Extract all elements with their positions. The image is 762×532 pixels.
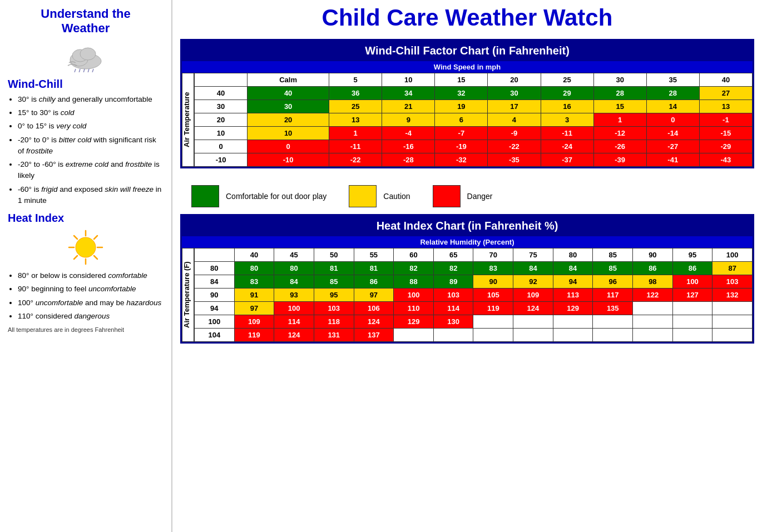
hi-col-100: 100 (712, 248, 753, 262)
table-row: 119 (234, 329, 274, 342)
table-row: 109 (234, 315, 274, 329)
table-row: 40 (248, 87, 329, 100)
table-row: 104 (195, 329, 235, 342)
svg-point-3 (80, 48, 96, 60)
table-row: -7 (435, 127, 488, 140)
svg-line-14 (74, 236, 77, 239)
table-row (473, 329, 513, 342)
hi-col-80: 80 (553, 248, 593, 262)
table-row: 95 (314, 289, 354, 302)
wc-col-header-35: 35 (646, 73, 699, 87)
table-row: -11 (541, 127, 593, 140)
table-row: 84 (195, 275, 235, 289)
wind-chill-title: Wind-Chill Factor Chart (in Fahrenheit) (182, 41, 753, 61)
svg-line-16 (94, 236, 97, 239)
table-row: 110 (394, 302, 434, 315)
table-row: 0 (646, 113, 699, 127)
table-row: 103 (433, 289, 473, 302)
table-row (633, 302, 673, 315)
hi-col-40: 40 (234, 248, 274, 262)
table-row: -10 (248, 153, 329, 167)
table-row: 81 (354, 262, 394, 275)
svg-point-9 (76, 237, 96, 257)
table-row: 131 (314, 329, 354, 342)
table-row: 6 (435, 113, 488, 127)
heat-index-heading: Heat Index (8, 212, 164, 225)
table-row: 4 (488, 113, 541, 127)
legend-yellow: Caution (349, 185, 410, 207)
table-row (513, 329, 553, 342)
table-row: 122 (633, 289, 673, 302)
table-row: 114 (274, 315, 314, 329)
sidebar: Understand the Weather Wind-Chill 30° is… (0, 0, 172, 532)
table-row: 14 (646, 100, 699, 113)
table-row: 82 (433, 262, 473, 275)
table-row: 19 (435, 100, 488, 113)
table-row: -32 (435, 153, 488, 167)
table-row: 32 (435, 87, 488, 100)
table-row: 80 (234, 262, 274, 275)
table-row (433, 329, 473, 342)
table-row (394, 329, 434, 342)
table-row: -9 (488, 127, 541, 140)
table-row: 97 (354, 289, 394, 302)
table-row: -15 (699, 127, 752, 140)
table-row (593, 329, 633, 342)
table-row: 83 (234, 275, 274, 289)
table-row: 13 (329, 113, 382, 127)
table-row: -29 (699, 140, 752, 153)
table-row: -22 (329, 153, 382, 167)
table-row: 86 (354, 275, 394, 289)
table-row (633, 329, 673, 342)
table-row: -16 (382, 140, 435, 153)
table-row: -10 (195, 153, 248, 167)
legend-green: Comfortable for out door play (191, 185, 326, 207)
table-row (553, 329, 593, 342)
table-row: 93 (274, 289, 314, 302)
table-row: 30 (195, 100, 248, 113)
table-row: 30 (488, 87, 541, 100)
wind-chill-heading: Wind-Chill (8, 78, 164, 91)
table-row: -35 (488, 153, 541, 167)
table-row: 30 (248, 100, 329, 113)
table-row (672, 329, 712, 342)
table-row: 100 (672, 275, 712, 289)
table-row: 10 (195, 127, 248, 140)
table-row: 109 (513, 289, 553, 302)
table-row: 85 (314, 275, 354, 289)
table-row: -26 (593, 140, 646, 153)
wind-chill-row-label: Air Temperature (182, 73, 194, 167)
table-row (672, 315, 712, 329)
table-row: 89 (433, 275, 473, 289)
wc-col-header-40: 40 (699, 73, 752, 87)
table-row: 84 (553, 262, 593, 275)
table-row: 13 (699, 100, 752, 113)
table-row: -22 (488, 140, 541, 153)
table-row: 20 (248, 113, 329, 127)
wc-col-header-20: 20 (488, 73, 541, 87)
wc-col-header-10: 10 (382, 73, 435, 87)
table-row: 80 (195, 262, 235, 275)
hi-col-95: 95 (672, 248, 712, 262)
table-row: 100 (195, 315, 235, 329)
table-row (712, 302, 753, 315)
wc-col-header-25: 25 (541, 73, 593, 87)
heat-index-title: Heat Index Chart (in Fahrenheit %) (182, 216, 753, 236)
hi-col-50: 50 (314, 248, 354, 262)
table-row: 124 (274, 329, 314, 342)
table-row: 15 (593, 100, 646, 113)
table-row: 117 (593, 289, 633, 302)
wind-chill-subtitle: Wind Speed in mph (182, 61, 753, 73)
table-row: 87 (712, 262, 753, 275)
table-row (473, 315, 513, 329)
heat-index-table: 40 45 50 55 60 65 70 75 80 85 90 95 (194, 248, 753, 342)
main-content: Child Care Weather Watch Wind-Chill Fact… (172, 0, 762, 532)
table-row: 1 (329, 127, 382, 140)
table-row: 105 (473, 289, 513, 302)
table-row: 90 (473, 275, 513, 289)
table-row (712, 329, 753, 342)
table-row: 90 (195, 289, 235, 302)
wc-col-header-5: 5 (329, 73, 382, 87)
svg-line-17 (74, 256, 77, 259)
table-row: -19 (435, 140, 488, 153)
